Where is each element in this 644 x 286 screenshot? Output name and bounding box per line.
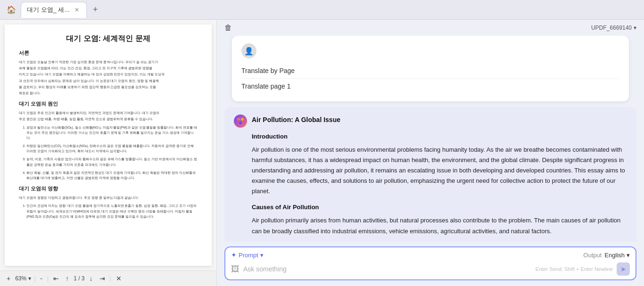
toolbar-separator-2: |: [47, 275, 49, 282]
close-tab-button[interactable]: ✕: [73, 6, 81, 14]
prompt-chevron: ▾: [260, 252, 264, 259]
tab-item-pdf[interactable]: 대기 오염_ 세... ✕: [21, 2, 87, 18]
pdf-causes-line-1: 대기 오염은 주로 인간의 활동에서 발생하지만, 자연적인 과정도 문제에 기…: [19, 110, 198, 115]
main-content: 대기 오염: 세계적인 문제 서론 대기 오염은 오늘날 인류가 직면한 가장 …: [0, 20, 644, 286]
pdf-intro-line-3: 미치고 있습니다. 대기 오염을 이해하고 해결하는 데 있어 상당한 진전이 …: [19, 72, 198, 77]
ai-response-causes-heading: Causes of Air Pollution: [252, 202, 627, 212]
pdf-intro-line-2: 유해 물질로 오염됨에 따라, 이는 인간 건강, 환경, 그리고 전 지구적 …: [19, 65, 198, 71]
input-top-bar: ✦ Prompt ▾ Output English ▾: [231, 251, 630, 259]
output-label: Output: [583, 252, 602, 259]
pdf-content: 대기 오염: 세계적인 문제 서론 대기 오염은 오늘날 인류가 직면한 가장 …: [5, 25, 212, 266]
ai-response-card: Air Pollution: A Global Issue Introducti…: [224, 107, 636, 242]
ask-input[interactable]: [243, 265, 532, 273]
ai-response-area: 👤 Translate by Page Translate page 1: [217, 36, 644, 242]
language-label: English: [604, 252, 625, 259]
sparkle-icon: ✦: [231, 251, 237, 259]
ai-response-intro-text: Air pollution is one of the most serious…: [252, 145, 627, 196]
ai-panel: 🗑 UPDF_6669140 ▾ 👤 Translate by Page Tra…: [217, 20, 644, 286]
home-button[interactable]: 🏠: [4, 2, 19, 17]
user-avatar: 👤: [241, 43, 256, 58]
ai-brand-icon: [234, 114, 247, 128]
close-pdf-button[interactable]: ✕: [114, 274, 124, 283]
ai-response-content: Air Pollution: A Global Issue Introducti…: [252, 114, 627, 241]
translate-page-1-label: Translate page 1: [241, 82, 291, 90]
send-button[interactable]: ➤: [617, 262, 630, 276]
hint-text: Enter Send; Shift + Enter Newline: [536, 266, 613, 272]
next-page-button[interactable]: ↓: [88, 274, 95, 283]
pdf-panel: 대기 오염: 세계적인 문제 서론 대기 오염은 오늘날 인류가 직면한 가장 …: [0, 20, 217, 286]
ai-response-causes-text: Air pollution primarily arises from huma…: [252, 215, 627, 236]
pdf-toolbar: + 63% ▾ | - | ⇤ ↑ 1 / 3 ↓ ⇥ | ✕: [0, 270, 216, 286]
last-page-button[interactable]: ⇥: [98, 274, 107, 283]
zoom-value: 63%: [15, 275, 26, 282]
pdf-causes-list: 공장과 발전소는 이산화황(SO₂), 질소 산화물(NOₓ), 미립자 물질(…: [19, 125, 198, 181]
trash-icon[interactable]: 🗑: [224, 24, 232, 32]
zoom-percentage: 63% ▾: [15, 275, 31, 282]
pdf-effects-line-1: 대기 오염의 영향은 다양하고 광범위합니다. 주요 영향 중 일부는 다음과 …: [19, 195, 198, 200]
svg-point-1: [241, 118, 244, 121]
send-icon: ➤: [620, 265, 626, 273]
doc-id-chevron[interactable]: ▾: [634, 25, 636, 31]
ai-response-intro-heading: Introduction: [252, 131, 627, 142]
prev-page-button[interactable]: ↑: [64, 274, 71, 283]
pdf-effects-list: 인간의 건강에 미치는 영향: 대기 오염 물질에 장기적으로 노출되면 호흡기…: [19, 203, 198, 219]
toolbar-separator-1: |: [34, 275, 35, 282]
pdf-intro-line-5: 을 검토하고, 우리 행성의 미래를 보호하기 위한 집단적 행동의 긴급한 필…: [19, 84, 198, 90]
ai-panel-header: 🗑 UPDF_6669140 ▾: [217, 20, 644, 36]
ai-response-header: Air Pollution: A Global Issue Introducti…: [234, 114, 627, 241]
translate-page-1-option[interactable]: Translate page 1: [241, 79, 619, 94]
document-id: UPDF_6669140 ▾: [591, 25, 636, 31]
svg-point-0: [237, 118, 240, 121]
language-chevron: ▾: [627, 252, 630, 259]
ai-response-title: Air Pollution: A Global Issue: [252, 114, 627, 126]
add-tab-icon: +: [93, 5, 98, 15]
pdf-list-item-1: 공장과 발전소는 이산화황(SO₂), 질소 산화물(NOₓ), 미립자 물질(…: [26, 125, 198, 141]
pdf-section-effects: 대기 오염의 영향: [19, 185, 198, 192]
output-selector: Output English ▾: [583, 252, 630, 259]
add-tab-button[interactable]: +: [89, 3, 102, 16]
translate-by-page-option[interactable]: Translate by Page: [241, 63, 619, 79]
page-indicator: 1 / 3: [74, 275, 84, 282]
prompt-selector[interactable]: ✦ Prompt ▾: [231, 251, 264, 259]
home-icon: 🏠: [7, 5, 16, 14]
zoom-chevron[interactable]: ▾: [28, 275, 31, 282]
pdf-causes-line-2: 주요 원인은 산업 배출, 차량 배출, 농업 활동, 자연적 요소로 광범위하…: [19, 116, 198, 122]
language-selector[interactable]: English ▾: [604, 252, 630, 259]
translate-by-page-label: Translate by Page: [241, 67, 295, 74]
pdf-intro-line-4: 과 선진국 모두에서 심화되는 문제로 남아 있습니다. 이 논문은 대기 오염…: [19, 78, 198, 83]
doc-id-text: UPDF_6669140: [591, 25, 632, 31]
pdf-list-item-3: 농약, 비료, 가축의 사용은 암모니아와 황화수소와 같은 유해 가스를 방출…: [26, 156, 198, 167]
pdf-intro-line-6: 목표로 합니다.: [19, 90, 198, 96]
tab-bar: 🏠 대기 오염_ 세... ✕ +: [0, 0, 644, 20]
first-page-button[interactable]: ⇤: [51, 274, 61, 283]
translate-card: 👤 Translate by Page Translate page 1: [232, 36, 629, 101]
tab-label: 대기 오염_ 세...: [27, 6, 69, 14]
ai-input-area: ✦ Prompt ▾ Output English ▾ 🖼: [217, 242, 644, 286]
pdf-section-causes: 대기 오염의 원인: [19, 100, 198, 107]
zoom-in-button[interactable]: +: [5, 274, 12, 283]
pdf-title: 대기 오염: 세계적인 문제: [19, 34, 198, 44]
zoom-out-button[interactable]: -: [38, 274, 44, 283]
pdf-intro-line-1: 대기 오염은 오늘날 인류가 직면한 가장 심각한 환경 문제 중 하나입니다.…: [19, 59, 198, 65]
pdf-effects-item-1: 인간의 건강에 미치는 영향: 대기 오염 물질에 장기적으로 노출되면 호흡기…: [26, 203, 198, 219]
pdf-list-item-4: 화산 폭발, 산불, 및 먼지 폭풍과 같은 자연적인 현상도 대기 오염에 기…: [26, 170, 198, 180]
user-avatar-icon: 👤: [244, 47, 254, 56]
pdf-list-item-2: 차량은 일산화탄소(CO), 이산화질소(NO₂), 탄화수소와 같은 오염 물…: [26, 143, 198, 154]
pdf-section-intro: 서론: [19, 49, 198, 57]
input-row: 🖼 Enter Send; Shift + Enter Newline ➤: [231, 262, 630, 276]
input-card: ✦ Prompt ▾ Output English ▾ 🖼: [224, 246, 636, 280]
prompt-label: Prompt: [239, 252, 258, 259]
image-attach-button[interactable]: 🖼: [231, 264, 239, 274]
toolbar-separator-3: |: [110, 275, 111, 282]
svg-point-2: [239, 122, 242, 124]
